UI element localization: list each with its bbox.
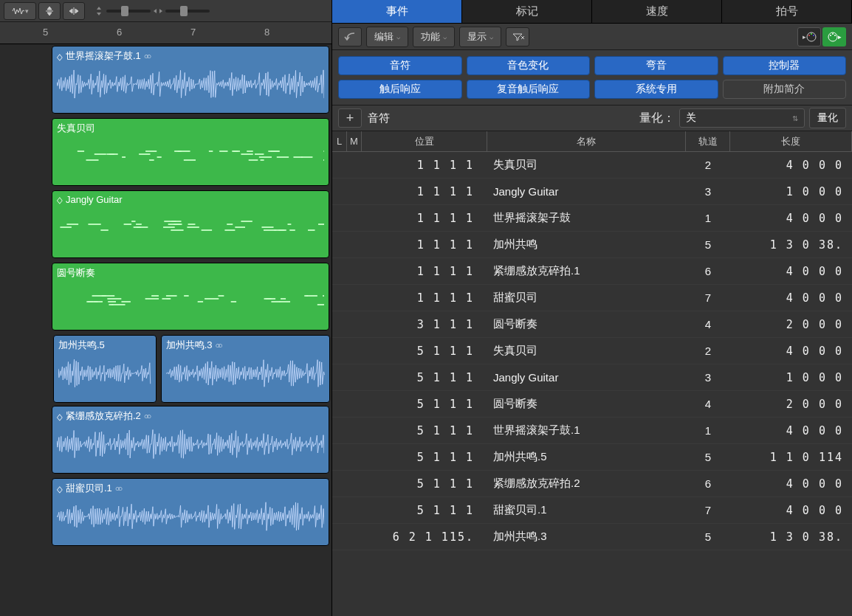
timeline-ruler[interactable]: 5 6 7 8 [0,22,331,44]
cell-position[interactable]: 1 1 1 1 [362,159,487,172]
cell-name[interactable]: 紧绷感放克碎拍.1 [487,264,686,278]
event-row[interactable]: 1 1 1 1 紧绷感放克碎拍.1 6 4 0 0 0 [332,258,852,285]
cell-length[interactable]: 1 1 0 114 [730,451,852,464]
cell-name[interactable]: 甜蜜贝司 [487,291,686,305]
event-row[interactable]: 5 1 1 1 紧绷感放克碎拍.2 6 4 0 0 0 [332,471,852,497]
cell-name[interactable]: 圆号断奏 [487,397,686,411]
cell-name[interactable]: 加州共鸣.5 [487,450,686,464]
cell-position[interactable]: 5 1 1 1 [362,398,487,411]
filter-button[interactable]: 音色变化 [467,56,591,75]
column-track[interactable]: 轨道 [686,131,730,151]
cell-length[interactable]: 1 3 0 38. [730,530,852,544]
edit-menu[interactable]: 编辑⌵ [366,27,408,47]
track-region[interactable]: 圆号断奏 [52,263,329,331]
track-region[interactable]: ◇ Jangly Guitar [52,190,329,258]
cell-name[interactable]: 圆号断奏 [487,317,686,331]
filter-button[interactable]: 触后响应 [338,80,462,99]
cell-track[interactable]: 5 [686,238,730,251]
event-row[interactable]: 5 1 1 1 失真贝司 2 4 0 0 0 [332,338,852,364]
event-row[interactable]: 5 1 1 1 世界摇滚架子鼓.1 1 4 0 0 0 [332,418,852,444]
cell-name[interactable]: 加州共鸣.3 [487,530,686,544]
event-row[interactable]: 1 1 1 1 甜蜜贝司 7 4 0 0 0 [332,285,852,311]
cell-track[interactable]: 6 [686,265,730,277]
filter-button[interactable]: 复音触后响应 [467,80,591,99]
column-l[interactable]: L [332,131,347,151]
cell-track[interactable]: 7 [686,504,730,516]
event-row[interactable]: 1 1 1 1 世界摇滚架子鼓 1 4 0 0 0 [332,205,852,232]
cell-name[interactable]: 加州共鸣 [487,238,686,252]
cell-track[interactable]: 1 [686,212,730,224]
cell-track[interactable]: 4 [686,318,730,331]
tab-tempo[interactable]: 速度 [592,0,722,24]
cell-name[interactable]: 甜蜜贝司.1 [487,503,686,517]
cell-name[interactable]: Jangly Guitar [487,185,686,198]
event-row[interactable]: 5 1 1 1 甜蜜贝司.1 7 4 0 0 0 [332,497,852,524]
tab-signature[interactable]: 拍号 [722,0,852,24]
cell-track[interactable]: 2 [686,159,730,171]
add-event-button[interactable]: + [338,108,362,128]
cell-position[interactable]: 1 1 1 1 [362,238,487,252]
filter-button[interactable]: 音符 [338,56,462,75]
cell-name[interactable]: Jangly Guitar [487,371,686,384]
track-region[interactable]: ◇ 世界摇滚架子鼓.1 ○○ [52,46,329,114]
event-row[interactable]: 3 1 1 1 圆号断奏 4 2 0 0 0 [332,311,852,338]
event-row[interactable]: 6 2 1 115. 加州共鸣.3 5 1 3 0 38. [332,524,852,550]
tracks-area[interactable]: ◇ 世界摇滚架子鼓.1 ○○失真贝司◇ Jangly Guitar圆号断奏加州共… [0,44,331,616]
cell-length[interactable]: 4 0 0 0 [730,291,852,305]
cell-name[interactable]: 世界摇滚架子鼓.1 [487,423,686,437]
cell-length[interactable]: 4 0 0 0 [730,265,852,278]
cell-track[interactable]: 6 [686,477,730,490]
cell-position[interactable]: 5 1 1 1 [362,371,487,384]
cell-length[interactable]: 4 0 0 0 [730,424,852,437]
event-list[interactable]: 1 1 1 1 失真贝司 2 4 0 0 0 1 1 1 1 Jangly Gu… [332,152,852,616]
cell-name[interactable]: 世界摇滚架子鼓 [487,211,686,225]
cell-length[interactable]: 4 0 0 0 [730,345,852,358]
quantize-select[interactable]: 关 ⇅ [679,108,805,128]
cell-track[interactable]: 4 [686,398,730,410]
track-region[interactable]: 加州共鸣.3 ○○ [161,335,330,403]
cell-track[interactable]: 1 [686,424,730,437]
track-region[interactable]: 加州共鸣.5 [53,335,157,403]
cell-length[interactable]: 2 0 0 0 [730,318,852,331]
cell-track[interactable]: 3 [686,371,730,384]
function-menu[interactable]: 功能⌵ [413,27,455,47]
cell-position[interactable]: 3 1 1 1 [362,318,487,331]
cell-track[interactable]: 7 [686,291,730,304]
track-region[interactable]: ◇ 甜蜜贝司.1 ○○ [52,478,329,546]
palette-button-left[interactable]: ▸ [797,27,821,46]
cell-length[interactable]: 1 0 0 0 [730,185,852,198]
column-name[interactable]: 名称 [487,131,686,151]
cell-name[interactable]: 紧绷感放克碎拍.2 [487,477,686,491]
filter-button[interactable]: 系统专用 [594,80,718,99]
column-length[interactable]: 长度 [730,131,852,151]
cell-length[interactable]: 1 0 0 0 [730,371,852,384]
cell-track[interactable]: 5 [686,451,730,463]
vertical-zoom-button[interactable] [38,2,61,20]
track-region[interactable]: ◇ 紧绷感放克碎拍.2 ○○ [52,406,329,474]
horizontal-zoom-slider[interactable] [165,10,210,13]
event-row[interactable]: 1 1 1 1 Jangly Guitar 3 1 0 0 0 [332,179,852,205]
cell-length[interactable]: 4 0 0 0 [730,159,852,172]
cell-position[interactable]: 5 1 1 1 [362,424,487,437]
horizontal-zoom-button[interactable] [63,2,85,20]
cell-length[interactable]: 4 0 0 0 [730,477,852,491]
filter-button[interactable]: 控制器 [723,56,847,75]
vertical-zoom-slider[interactable] [106,10,151,13]
event-row[interactable]: 5 1 1 1 Jangly Guitar 3 1 0 0 0 [332,364,852,391]
cell-position[interactable]: 1 1 1 1 [362,265,487,278]
event-row[interactable]: 1 1 1 1 加州共鸣 5 1 3 0 38. [332,232,852,258]
track-region[interactable]: 失真贝司 [52,118,329,186]
palette-button-right[interactable]: ▸ [822,27,846,46]
cell-position[interactable]: 5 1 1 1 [362,477,487,491]
quantize-button[interactable]: 量化 [809,108,846,128]
cell-track[interactable]: 3 [686,185,730,198]
tab-markers[interactable]: 标记 [462,0,592,24]
event-row[interactable]: 5 1 1 1 加州共鸣.5 5 1 1 0 114 [332,444,852,471]
cell-position[interactable]: 5 1 1 1 [362,451,487,464]
event-row[interactable]: 1 1 1 1 失真贝司 2 4 0 0 0 [332,152,852,179]
column-m[interactable]: M [347,131,362,151]
cell-length[interactable]: 4 0 0 0 [730,212,852,225]
cell-track[interactable]: 5 [686,530,730,543]
cell-track[interactable]: 2 [686,345,730,357]
cell-position[interactable]: 6 2 1 115. [362,530,487,544]
